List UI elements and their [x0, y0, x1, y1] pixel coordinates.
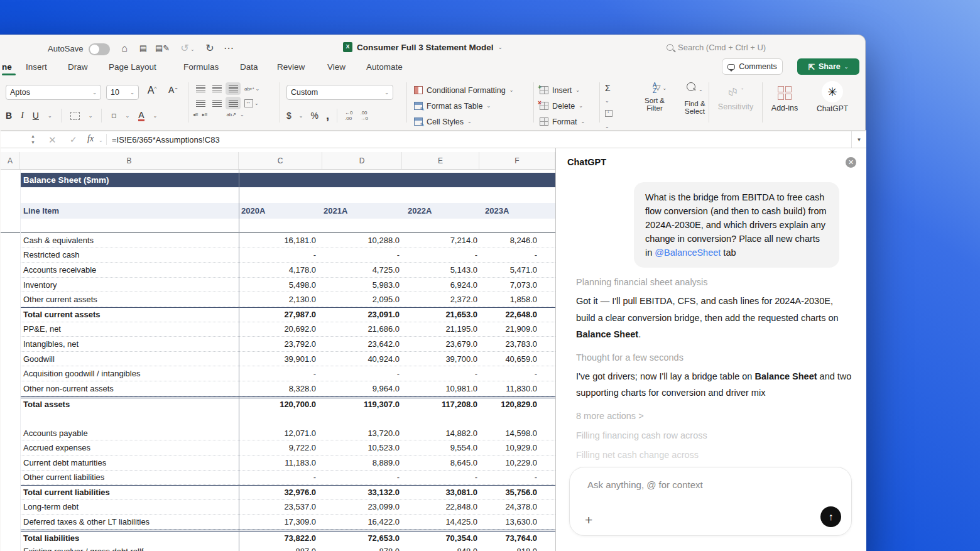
sheet-cell-value[interactable]: 6,924.0 [402, 280, 479, 290]
sheet-cell-value[interactable]: - [402, 250, 479, 259]
column-header-E[interactable]: E [402, 152, 479, 169]
sheet-cell-value[interactable]: 8,645.0 [402, 458, 479, 467]
share-button[interactable]: ⇱ Share ⌄ [797, 58, 859, 75]
sheet-cell-value[interactable]: 39,901.0 [239, 354, 322, 364]
format-cells-button[interactable]: Format⌄ [540, 114, 585, 129]
sheet-cell-value[interactable]: 12,071.0 [239, 428, 322, 438]
sheet-cell-value[interactable]: 73,764.0 [479, 533, 555, 543]
sheet-cell-label[interactable]: Other current liabilities [20, 472, 239, 482]
sheet-cell-value[interactable]: 13,630.0 [479, 517, 555, 526]
sheet-cell-value[interactable]: 119,307.0 [322, 400, 402, 409]
redo-icon[interactable]: ↻ [203, 42, 217, 55]
ribbon-tab-view[interactable]: View [327, 62, 346, 72]
orientation-chevron-icon[interactable]: ⌄ [240, 112, 244, 117]
align-left-icon[interactable] [193, 97, 208, 109]
undo-icon[interactable]: ↺ [178, 42, 192, 55]
sheet-cell-value[interactable]: 848.0 [402, 547, 479, 551]
sheet-cell-value[interactable]: 10,523.0 [322, 443, 402, 452]
cancel-entry-icon[interactable]: ✕ [48, 134, 57, 146]
sheet-cell-value[interactable]: 2,095.0 [322, 295, 402, 304]
balance-sheet-mention-link[interactable]: @BalanceSheet [655, 248, 721, 258]
sheet-cell-value[interactable]: 9,964.0 [322, 384, 402, 393]
sheet-cell-value[interactable]: 23,792.0 [239, 339, 322, 349]
sheet-cell-value[interactable]: 8,889.0 [322, 458, 402, 467]
name-box-spinner[interactable]: ▲▼ [31, 133, 35, 146]
column-header-D[interactable]: D [322, 152, 402, 169]
addins-button[interactable]: Add-ins [768, 84, 801, 112]
sheet-cell-value[interactable]: 21,909.0 [479, 324, 555, 334]
merge-chevron-icon[interactable]: ⌄ [254, 101, 259, 106]
sheet-cell-value[interactable]: 11,830.0 [479, 384, 555, 393]
sheet-cell-label[interactable]: Intangibles, net [20, 339, 239, 349]
sheet-cell-value[interactable]: - [322, 250, 402, 259]
sheet-cell-value[interactable]: 16,181.0 [239, 236, 322, 245]
save-as-icon[interactable]: ▤✎ [155, 42, 169, 55]
increase-font-icon[interactable]: A^ [144, 85, 160, 100]
align-top-icon[interactable] [193, 82, 208, 95]
currency-format-icon[interactable]: $ [286, 111, 291, 121]
sheet-cell-value[interactable]: 878.0 [322, 547, 402, 551]
year-header[interactable]: 2020A [239, 206, 322, 215]
send-button[interactable]: ↑ [820, 506, 841, 527]
sheet-cell-label[interactable]: Accounts receivable [20, 265, 239, 275]
decrease-font-icon[interactable]: A⌄ [165, 85, 182, 100]
sheet-cell-value[interactable]: 27,987.0 [239, 310, 322, 319]
ribbon-tab-ne[interactable]: ne [2, 62, 12, 72]
sheet-cell-value[interactable]: 8,328.0 [239, 384, 322, 393]
sheet-cell-value[interactable]: 4,178.0 [239, 265, 322, 275]
align-bottom-icon[interactable] [226, 82, 241, 95]
sheet-cell-value[interactable]: 7,073.0 [479, 280, 555, 290]
home-icon[interactable]: ⌂ [117, 42, 131, 55]
sheet-cell-value[interactable]: 5,498.0 [239, 280, 322, 290]
sheet-cell-label[interactable]: Accrued expenses [20, 443, 239, 452]
sheet-cell-value[interactable]: 21,686.0 [322, 324, 402, 334]
insert-function-icon[interactable]: fx [87, 134, 94, 144]
sheet-cell-value[interactable]: - [322, 472, 402, 482]
sheet-cell-value[interactable]: - [402, 472, 479, 482]
sheet-cell-value[interactable]: 40,659.0 [479, 354, 555, 364]
increase-indent-icon[interactable]: ▸≡ [202, 112, 208, 117]
sheet-cell-label[interactable]: Cash & equivalents [20, 236, 239, 245]
sheet-cell-value[interactable]: 10,288.0 [322, 236, 402, 245]
underline-button[interactable]: U [33, 111, 39, 121]
text-orientation-icon[interactable]: ab↗ [226, 112, 236, 117]
close-panel-icon[interactable]: ✕ [846, 157, 856, 168]
sheet-cell-value[interactable]: 120,700.0 [239, 400, 322, 409]
sheet-cell-value[interactable]: - [402, 369, 479, 378]
autosave-toggle[interactable] [89, 43, 110, 55]
sheet-cell-label[interactable]: Acquisition goodwill / intangibles [20, 369, 239, 378]
column-header-A[interactable]: A [1, 152, 20, 169]
number-format-select[interactable]: Custom⌄ [286, 85, 393, 100]
sheet-cell-label[interactable]: Total current liabilities [20, 488, 239, 497]
sheet-cell-value[interactable]: 818.0 [479, 547, 555, 551]
sheet-cell-value[interactable]: 9,554.0 [402, 443, 479, 452]
sheet-cell-value[interactable]: 11,183.0 [239, 458, 322, 467]
sheet-cell-value[interactable]: - [239, 369, 322, 378]
sheet-cell-value[interactable]: 7,214.0 [402, 236, 479, 245]
save-icon[interactable]: ▤ [136, 42, 150, 55]
sheet-cell-value[interactable]: 33,132.0 [322, 488, 402, 497]
column-header-F[interactable]: F [479, 152, 555, 169]
comma-format-icon[interactable]: , [326, 109, 329, 123]
confirm-entry-icon[interactable]: ✓ [70, 134, 77, 145]
sheet-cell-value[interactable]: - [479, 369, 555, 378]
spreadsheet-area[interactable]: ABCDEF Balance Sheet ($mm)Line Item2020A… [1, 148, 556, 551]
sheet-cell-value[interactable]: 10,229.0 [479, 458, 555, 467]
search-field[interactable]: Search (Cmd + Ctrl + U) [667, 43, 766, 52]
sheet-cell-value[interactable]: 16,422.0 [322, 517, 402, 526]
font-color-icon[interactable]: A [138, 111, 144, 121]
column-header-C[interactable]: C [239, 152, 322, 169]
sheet-cell-value[interactable]: 13,720.0 [322, 428, 402, 438]
sheet-cell-value[interactable]: 22,848.0 [402, 502, 479, 511]
sheet-cell-value[interactable]: 23,783.0 [479, 339, 555, 349]
document-title[interactable]: Consumer Full 3 Statement Model ⌄ [343, 42, 503, 52]
sheet-cell-label[interactable]: Existing revolver / gross debt rollf [20, 547, 239, 551]
sheet-cell-value[interactable]: 8,246.0 [479, 236, 555, 245]
sheet-cell-label[interactable]: Long-term debt [20, 502, 239, 511]
sheet-cell-value[interactable]: 39,700.0 [402, 354, 479, 364]
autosum-icon[interactable]: Σ ⌄ [605, 82, 612, 105]
sort-filter-button[interactable]: AZ ▽ ⌄ Sort &Filter [638, 82, 672, 112]
conditional-formatting-button[interactable]: Conditional Formatting ⌄ [414, 82, 513, 98]
sheet-cell-value[interactable]: 2,372.0 [402, 295, 479, 304]
sheet-cell-value[interactable]: 887.0 [239, 547, 322, 551]
